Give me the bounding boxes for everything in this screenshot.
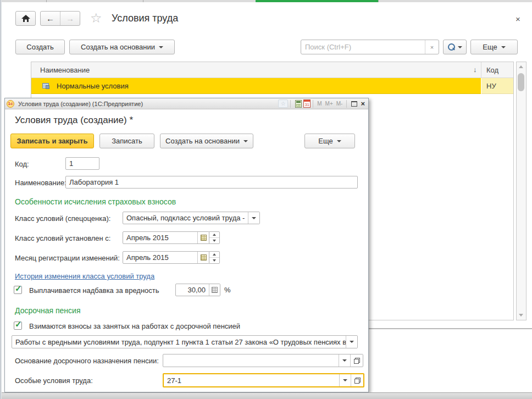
date-picker-button[interactable] (197, 252, 209, 263)
allowance-check-label[interactable]: Выплачивается надбавка за вредность (29, 286, 159, 295)
sort-descending-icon: ↓ (473, 65, 477, 74)
spinner-up-button[interactable] (209, 252, 219, 258)
row-name-cell[interactable]: Нормальные условия (31, 78, 481, 94)
create-based-on-button[interactable]: Создать на основании (69, 40, 175, 54)
dialog-close-icon[interactable]: × (361, 99, 365, 108)
more-button-label: Еще (483, 43, 497, 51)
scrollbar-up-icon[interactable] (519, 65, 523, 68)
navigation-buttons: ← → (40, 11, 80, 26)
spinner-down-icon (213, 259, 216, 262)
memory-m-button[interactable]: M (317, 101, 322, 107)
reg-month-spinner (209, 251, 220, 264)
row-code-text: НУ (486, 82, 496, 90)
app-window: ← → ☆ Условия труда × Создать Создать на… (0, 0, 532, 399)
save-label: Записать (112, 137, 142, 145)
allowance-value: 30,00 (176, 284, 209, 296)
pension-checkbox[interactable]: ✓ (14, 322, 22, 330)
dialog-heading: Условия труда (создание) * (15, 115, 133, 126)
column-header-name[interactable]: Наименование (40, 66, 90, 74)
class-label: Класс условий (спецоценка): (15, 214, 110, 223)
chevron-down-icon (343, 379, 347, 381)
class-from-spinner (209, 231, 220, 244)
search-input[interactable] (301, 40, 425, 54)
work-type-dropdown-button[interactable] (346, 336, 357, 348)
memory-mminus-button[interactable]: M- (336, 101, 343, 107)
basis-open-button[interactable] (350, 354, 363, 367)
basis-label: Основание досрочного назначения пенсии: (15, 357, 159, 365)
class-dropdown-button[interactable] (248, 212, 259, 224)
chevron-down-icon (458, 46, 462, 48)
search-clear-button[interactable]: × (425, 40, 439, 54)
code-field[interactable]: 1 (65, 157, 99, 170)
forward-button[interactable]: → (60, 12, 80, 25)
calculator-icon[interactable] (295, 100, 302, 108)
create-based-on-label: Создать на основании (81, 43, 155, 51)
special-combo[interactable]: 27-1 (163, 373, 364, 387)
spinner-down-button[interactable] (209, 258, 219, 263)
calendar-icon[interactable]: 31 (303, 99, 311, 108)
home-button[interactable] (15, 11, 36, 26)
titlebar-star-icon[interactable]: ☆ (278, 99, 288, 108)
basis-dropdown-button[interactable] (339, 354, 350, 367)
titlebar-separator (290, 100, 291, 108)
memory-mplus-button[interactable]: M+ (325, 101, 333, 107)
history-link[interactable]: История изменения класса условий труда (15, 272, 154, 280)
name-label: Наименование: (15, 179, 66, 187)
more-button[interactable]: Еще (470, 40, 518, 54)
section-insurance-title: Особенности исчисления страховых взносов (15, 197, 176, 206)
code-value: 1 (66, 158, 99, 169)
basis-combo[interactable] (163, 354, 363, 367)
spinner-down-icon (213, 240, 216, 242)
form-close-button[interactable]: × (516, 14, 520, 24)
special-value: 27-1 (164, 374, 339, 386)
special-dropdown-button[interactable] (339, 374, 351, 386)
allowance-checkbox[interactable]: ✓ (14, 286, 22, 294)
back-button[interactable]: ← (41, 12, 60, 25)
class-value: Опасный, подкласс условий труда - (123, 212, 248, 224)
scrollbar-down-icon[interactable] (519, 314, 523, 317)
save-and-close-button[interactable]: Записать и закрыть (10, 134, 94, 148)
back-arrow-icon: ← (46, 14, 54, 23)
column-header-code[interactable]: Код (486, 66, 498, 74)
chevron-down-icon (350, 341, 354, 343)
basis-value (163, 354, 339, 367)
titlebar-separator (313, 100, 313, 108)
list-header[interactable]: Наименование ↓ Код (31, 62, 513, 78)
name-value: Лаборатория 1 (66, 176, 357, 188)
dialog-create-based-on-label: Создать на основании (165, 137, 240, 145)
name-field[interactable]: Лаборатория 1 (65, 176, 358, 189)
allowance-field[interactable]: 30,00 (175, 284, 220, 296)
class-combo[interactable]: Опасный, подкласс условий труда - (123, 212, 260, 224)
class-from-field[interactable]: Апрель 2015 (123, 231, 209, 244)
work-type-combo[interactable]: Работы с вредными условиями труда, подпу… (12, 335, 358, 348)
scrollbar-thumb[interactable] (518, 73, 524, 91)
search-options-button[interactable] (443, 40, 467, 54)
spinner-down-button[interactable] (209, 238, 219, 243)
create-button[interactable]: Создать (15, 40, 65, 54)
dialog-title: Условия труда (создание) (1С:Предприятие… (18, 101, 278, 107)
save-button[interactable]: Записать (99, 134, 154, 148)
spinner-up-button[interactable] (209, 232, 219, 238)
page-title: Условия труда (112, 13, 178, 24)
chevron-down-icon (337, 140, 341, 142)
pension-check-label[interactable]: Взимаются взносы за занятых на работах с… (29, 322, 240, 330)
chevron-down-icon (243, 140, 248, 142)
maximize-icon[interactable] (351, 101, 357, 107)
save-and-close-label: Записать и закрыть (17, 137, 88, 145)
spinner-up-icon (213, 234, 216, 236)
vertical-scrollbar[interactable] (516, 62, 527, 320)
dialog-more-button[interactable]: Еще (304, 134, 355, 148)
dialog-create-based-on-button[interactable]: Создать на основании (160, 134, 253, 148)
row-code-cell[interactable]: НУ (481, 78, 513, 94)
dialog-titlebar[interactable]: 1с Условия труда (создание) (1С:Предприя… (5, 98, 368, 109)
favorite-star-icon[interactable]: ☆ (90, 10, 102, 26)
reg-month-field[interactable]: Апрель 2015 (123, 251, 209, 264)
open-icon (354, 378, 361, 384)
column-divider (481, 62, 481, 78)
date-picker-button[interactable] (197, 232, 209, 243)
chevron-down-icon (501, 46, 506, 48)
calculator-button[interactable] (209, 284, 220, 296)
table-row[interactable]: Нормальные условия НУ (31, 78, 513, 94)
checkmark-icon: ✓ (15, 319, 22, 329)
special-open-button[interactable] (351, 374, 363, 386)
